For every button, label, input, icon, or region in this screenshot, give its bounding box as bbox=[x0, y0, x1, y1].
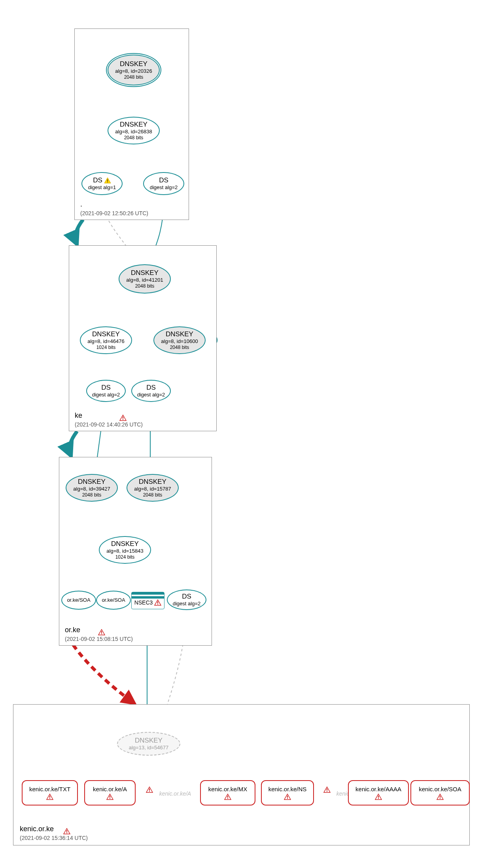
rrset-label: kenic.or.ke/SOA bbox=[419, 786, 461, 793]
node-bits: 2048 bits bbox=[170, 345, 189, 350]
rrset-soa-visible: kenic.or.ke/SOA bbox=[410, 780, 470, 805]
node-detail: digest alg=1 bbox=[88, 184, 116, 191]
zone-kenic-timestamp: (2021-09-02 15:36:14 UTC) bbox=[20, 835, 88, 841]
node-root-ds2: DS digest alg=2 bbox=[143, 172, 184, 195]
node-title: DS bbox=[182, 593, 191, 601]
node-orke-soa1: or.ke/SOA bbox=[61, 591, 96, 610]
warning-icon bbox=[104, 177, 111, 184]
node-title: NSEC3 bbox=[134, 599, 153, 606]
node-title: DNSKEY bbox=[135, 737, 163, 745]
node-bits: 2048 bits bbox=[143, 492, 163, 498]
rrset-label: kenic.or.ke/A bbox=[93, 786, 127, 793]
rrset-a: kenic.or.ke/A bbox=[84, 780, 136, 805]
node-title: DNSKEY bbox=[139, 478, 166, 486]
rrset-label: kenic.or.ke/NS bbox=[268, 786, 307, 793]
node-title: DNSKEY bbox=[120, 121, 147, 129]
node-title: DNSKEY bbox=[131, 269, 159, 277]
node-detail: alg=8, id=15787 bbox=[134, 486, 171, 492]
rrset-label: kenic.or.ke/MX bbox=[208, 786, 247, 793]
node-orke-ksk1: DNSKEY alg=8, id=39427 2048 bits bbox=[66, 474, 118, 502]
node-orke-ksk2: DNSKEY alg=8, id=15787 2048 bits bbox=[127, 474, 179, 502]
node-title: or.ke/SOA bbox=[102, 597, 125, 603]
zone-orke-timestamp: (2021-09-02 15:08:15 UTC) bbox=[65, 636, 133, 642]
node-bits: 2048 bits bbox=[82, 492, 102, 498]
node-detail: digest alg=2 bbox=[137, 392, 165, 398]
error-icon bbox=[146, 787, 153, 793]
zone-kenic: kenic.or.ke (2021-09-02 15:36:14 UTC) bbox=[13, 704, 470, 845]
node-title: or.ke/SOA bbox=[67, 597, 90, 603]
node-detail: digest alg=2 bbox=[150, 184, 178, 191]
node-bits: 1024 bits bbox=[115, 554, 135, 560]
node-ke-ksk: DNSKEY alg=8, id=41201 2048 bits bbox=[119, 264, 171, 294]
rrset-mx: kenic.or.ke/MX bbox=[200, 780, 255, 805]
error-icon bbox=[154, 599, 161, 606]
node-detail: alg=8, id=10600 bbox=[161, 338, 198, 345]
node-orke-ds: DS digest alg=2 bbox=[167, 589, 206, 610]
zone-root-label: . bbox=[80, 200, 82, 208]
node-title: DNSKEY bbox=[166, 330, 193, 338]
node-detail: alg=13, id=54677 bbox=[129, 745, 168, 751]
error-icon bbox=[63, 828, 70, 834]
rrset-ns: kenic.or.ke/NS bbox=[261, 780, 314, 805]
error-icon bbox=[323, 787, 331, 793]
rrset-label: kenic.or.ke/AAAA bbox=[355, 786, 401, 793]
node-orke-soa2: or.ke/SOA bbox=[96, 591, 131, 610]
node-detail: alg=8, id=41201 bbox=[126, 277, 163, 283]
node-root-ds1: DS digest alg=1 bbox=[81, 172, 123, 195]
error-icon bbox=[106, 794, 113, 800]
error-icon bbox=[224, 794, 231, 800]
node-kenic-key: DNSKEY alg=13, id=54677 bbox=[117, 732, 180, 756]
error-icon bbox=[437, 794, 444, 800]
error-icon bbox=[46, 794, 53, 800]
node-ke-ds2: DS digest alg=2 bbox=[131, 380, 171, 402]
node-bits: 2048 bits bbox=[135, 283, 155, 289]
node-orke-zsk: DNSKEY alg=8, id=15843 1024 bits bbox=[99, 536, 151, 564]
node-root-ksk: DNSKEY alg=8, id=20326 2048 bits bbox=[108, 55, 160, 85]
node-bits: 1024 bits bbox=[96, 345, 116, 350]
node-title: DNSKEY bbox=[111, 540, 139, 548]
node-detail: alg=8, id=26838 bbox=[115, 129, 152, 135]
rrset-aaaa: kenic.or.ke/AAAA bbox=[348, 780, 409, 805]
node-root-zsk: DNSKEY alg=8, id=26838 2048 bits bbox=[108, 117, 160, 144]
node-title: DNSKEY bbox=[78, 478, 106, 486]
error-icon bbox=[119, 415, 127, 421]
node-ke-key2: DNSKEY alg=8, id=10600 2048 bits bbox=[153, 326, 206, 354]
node-detail: alg=8, id=46476 bbox=[87, 338, 124, 345]
node-title: DS bbox=[101, 384, 111, 392]
node-ke-zsk: DNSKEY alg=8, id=46476 1024 bits bbox=[80, 326, 132, 354]
node-ke-ds1: DS digest alg=2 bbox=[86, 380, 126, 402]
zone-ke-label: ke bbox=[75, 411, 82, 420]
rrset-label: kenic.or.ke/TXT bbox=[29, 786, 70, 793]
node-title: DNSKEY bbox=[120, 60, 147, 68]
node-orke-nsec3: NSEC3 bbox=[131, 592, 164, 609]
zone-root-timestamp: (2021-09-02 12:50:26 UTC) bbox=[80, 210, 148, 216]
node-bits: 2048 bits bbox=[124, 135, 144, 140]
node-detail: alg=8, id=20326 bbox=[115, 68, 152, 74]
node-title: DS bbox=[93, 176, 102, 184]
error-icon bbox=[98, 629, 105, 635]
node-title: DS bbox=[146, 384, 156, 392]
node-detail: digest alg=2 bbox=[92, 392, 120, 398]
node-title: DNSKEY bbox=[92, 330, 120, 338]
node-detail: digest alg=2 bbox=[173, 601, 200, 607]
zone-kenic-label: kenic.or.ke bbox=[20, 825, 54, 833]
rrset-txt: kenic.or.ke/TXT bbox=[22, 780, 78, 805]
zone-orke-label: or.ke bbox=[65, 626, 80, 634]
node-bits: 2048 bits bbox=[124, 74, 144, 80]
error-icon bbox=[284, 794, 291, 800]
error-icon bbox=[375, 794, 382, 800]
node-detail: alg=8, id=39427 bbox=[73, 486, 110, 492]
node-detail: alg=8, id=15843 bbox=[106, 548, 143, 554]
zone-ke-timestamp: (2021-09-02 14:40:26 UTC) bbox=[75, 421, 143, 428]
node-title: DS bbox=[159, 176, 168, 184]
faint-rr-a: kenic.or.ke/A bbox=[157, 790, 193, 797]
